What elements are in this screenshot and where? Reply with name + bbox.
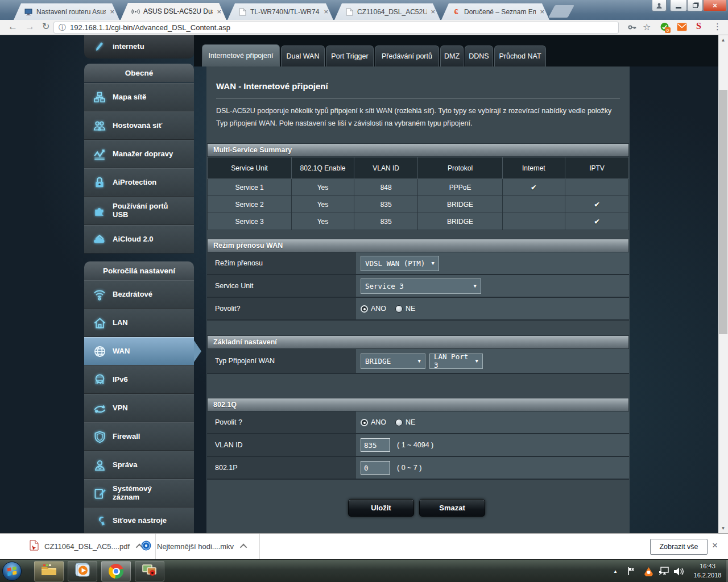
service-unit-dropdown[interactable]: Service 3 ▼ <box>361 278 481 294</box>
star-icon[interactable]: ☆ <box>643 22 651 32</box>
taskbar-explorer-button[interactable] <box>34 561 64 581</box>
download-bar-close-icon[interactable]: × <box>712 540 718 551</box>
sidebar-item-firewall[interactable]: Firewall <box>84 422 194 451</box>
radio-yes[interactable] <box>361 305 368 313</box>
sidebar-item-administration[interactable]: Správa <box>84 451 194 479</box>
taskbar-image-viewer-button[interactable] <box>135 561 164 581</box>
reload-icon[interactable]: ↻ <box>42 21 49 32</box>
transfer-mode-dropdown[interactable]: VDSL WAN (PTM) ▼ <box>361 256 439 271</box>
scroll-down-icon[interactable]: ▼ <box>718 523 728 533</box>
sidebar-item-aicloud[interactable]: AiCloud 2.0 <box>84 225 194 253</box>
taskbar-media-player-button[interactable] <box>68 561 97 581</box>
scrollbar[interactable]: ▲ ▼ <box>718 35 728 533</box>
field-label: Povolit ? <box>207 411 356 434</box>
basic-section-header: Základní nastavení <box>207 335 629 349</box>
url-text[interactable]: 192.168.1.1/cgi-bin/Advanced_DSL_Content… <box>70 23 230 32</box>
network-tray-icon[interactable] <box>659 560 670 582</box>
forward-icon[interactable]: → <box>25 21 35 32</box>
vlan-id-input[interactable] <box>361 438 390 452</box>
sidebar-item-vpn[interactable]: VPN <box>84 394 194 422</box>
tab-close-icon[interactable]: × <box>215 7 223 16</box>
sidebar-item-label: internetu <box>113 43 148 51</box>
save-button[interactable]: Uložit <box>348 499 414 517</box>
pdf-file-icon <box>30 540 39 553</box>
sidebar-item-label: Síťové nástroje <box>113 517 170 525</box>
clock-date: 16.2.2018 <box>689 571 726 580</box>
tab-port-trigger[interactable]: Port Trigger <box>326 45 374 66</box>
page-title: WAN - Internetové připojení <box>216 81 328 91</box>
sidebar-item-label: AiProtection <box>113 178 160 187</box>
mail-extension-icon[interactable] <box>677 23 687 33</box>
show-desktop-button[interactable] <box>726 560 728 582</box>
radio-yes-label: ANO <box>371 418 386 426</box>
sidebar-item-network-tools[interactable]: Síťové nástroje <box>84 508 194 533</box>
sidebar-item-traffic-manager[interactable]: Manažer dopravy <box>84 140 194 168</box>
profile-button[interactable] <box>652 0 667 11</box>
cell-vlan: 835 <box>354 213 418 230</box>
8021p-input[interactable] <box>361 461 390 475</box>
sidebar-item-system-log[interactable]: Systémový záznam <box>84 479 194 508</box>
avast-tray-icon[interactable] <box>644 560 653 582</box>
browser-tab-3[interactable]: TL-WR740N/TL-WR741N × <box>228 3 333 20</box>
wifi-icon <box>131 7 140 16</box>
video-file-icon <box>141 541 151 553</box>
lan-port-dropdown[interactable]: LAN Port 3 ▼ <box>429 354 483 369</box>
show-all-downloads-button[interactable]: Zobrazit vše <box>650 539 708 555</box>
scroll-up-icon[interactable]: ▲ <box>718 35 728 45</box>
wan-type-dropdown[interactable]: BRIDGE ▼ <box>361 354 425 369</box>
scrollbar-thumb[interactable] <box>719 90 727 334</box>
address-bar[interactable]: ⓘ 192.168.1.1/cgi-bin/Advanced_DSL_Conte… <box>53 22 619 34</box>
hidden-icons-button[interactable]: ▲ <box>613 560 618 582</box>
minimize-button[interactable] <box>670 0 687 11</box>
radio-no[interactable] <box>395 305 403 313</box>
sidebar-item-lan[interactable]: LAN <box>84 309 194 337</box>
sidebar-item-usb-application[interactable]: Používání portů USB <box>84 197 194 225</box>
tab-dual-wan[interactable]: Dual WAN <box>281 45 325 66</box>
col-internet: Internet <box>502 157 565 179</box>
action-center-flag-icon[interactable] <box>627 560 636 582</box>
download-item-mkv[interactable]: Nejtemnější hodi....mkv <box>131 534 260 559</box>
browser-tab-4[interactable]: CZ11064_DSL_AC52U_Ma × <box>334 3 440 20</box>
tab-close-icon[interactable]: × <box>429 7 437 16</box>
menu-dots-icon[interactable]: ⋮ <box>713 22 722 32</box>
browser-tab-2-active[interactable]: ASUS DSL-AC52U Dual-B × <box>121 3 226 20</box>
taskbar-chrome-button[interactable] <box>101 561 131 581</box>
close-button[interactable]: × <box>703 0 727 11</box>
tab-close-icon[interactable]: × <box>538 7 546 16</box>
tab-dmz[interactable]: DMZ <box>440 45 464 66</box>
sidebar-item-guest-network[interactable]: Hostovaná síť <box>84 111 194 140</box>
sidebar-item-wan[interactable]: WAN <box>84 337 194 365</box>
sidebar-item-ipv6[interactable]: IPv6 IPv6 <box>84 365 194 394</box>
sidebar-item-aiprotection[interactable]: AiProtection <box>84 168 194 197</box>
clock[interactable]: 16:43 16.2.2018 <box>689 562 726 580</box>
back-icon[interactable]: ← <box>8 21 18 32</box>
browser-tab-1[interactable]: Nastavení routeru Asus o × <box>14 3 119 20</box>
restore-button[interactable] <box>687 0 703 11</box>
seznam-extension-icon[interactable]: S <box>696 21 701 31</box>
delete-button[interactable]: Smazat <box>419 499 485 517</box>
volume-tray-icon[interactable] <box>673 560 684 582</box>
wrench-icon <box>91 514 108 527</box>
tab-internet-connection[interactable]: Internetové připojení <box>202 44 280 66</box>
col-service-unit: Service Unit <box>208 157 292 179</box>
start-button[interactable] <box>2 562 22 581</box>
tab-close-icon[interactable]: × <box>322 7 330 16</box>
info-icon[interactable]: ⓘ <box>59 23 66 33</box>
new-tab-button[interactable] <box>548 5 574 18</box>
sidebar-item-wireless[interactable]: Bezdrátové <box>84 280 194 309</box>
browser-tab-5[interactable]: € Doručené – Seznam Ema × <box>441 3 549 20</box>
active-item-arrow <box>194 340 201 362</box>
tab-ddns[interactable]: DDNS <box>465 45 493 66</box>
tab-nat-passthrough[interactable]: Průchod NAT <box>494 45 546 66</box>
sidebar-item-network-map[interactable]: Mapa sítě <box>84 83 194 111</box>
sidebar-item-quick-internet-setup[interactable]: internetu <box>84 35 194 59</box>
chevron-up-icon[interactable] <box>240 544 247 551</box>
avast-extension-icon[interactable]: 0 <box>660 22 669 34</box>
key-icon[interactable] <box>627 23 636 34</box>
sidebar-item-label: AiCloud 2.0 <box>113 235 157 244</box>
radio-no[interactable] <box>395 419 403 426</box>
radio-yes[interactable] <box>361 419 368 426</box>
tab-port-forwarding[interactable]: Předávání portů <box>375 45 439 66</box>
tab-close-icon[interactable]: × <box>108 7 116 16</box>
table-row: Service 2 Yes 835 BRIDGE ✔ <box>208 196 629 213</box>
